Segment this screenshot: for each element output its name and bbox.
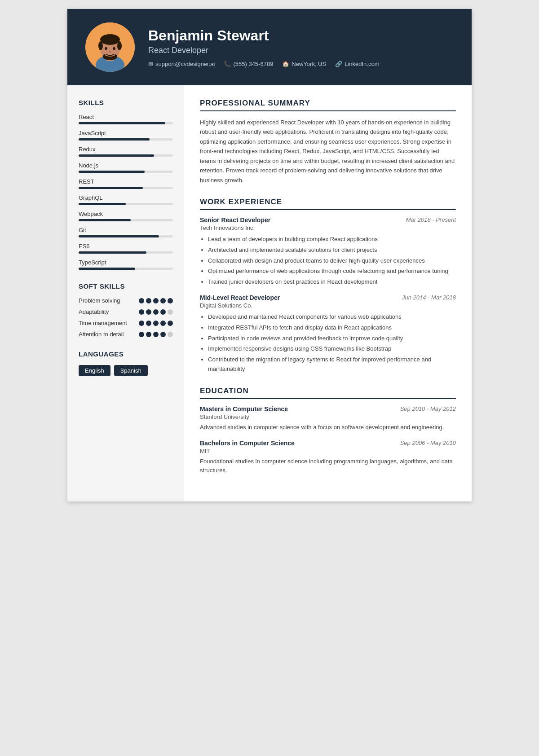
skill-bar-bg bbox=[79, 187, 173, 189]
language-tag: Spanish bbox=[114, 365, 148, 376]
dot bbox=[146, 321, 151, 326]
language-tag: English bbox=[79, 365, 110, 376]
edu-dates: Sep 2010 - May 2012 bbox=[400, 405, 456, 412]
soft-skills-section: SOFT SKILLS Problem solvingAdaptabilityT… bbox=[79, 282, 173, 338]
soft-skill-name: Problem solving bbox=[79, 297, 120, 304]
contact-text: support@cvdesigner.ai bbox=[155, 61, 215, 67]
svg-point-7 bbox=[105, 47, 107, 50]
contact-item: ✉support@cvdesigner.ai bbox=[148, 61, 215, 67]
edu-degree: Bachelors in Computer Science bbox=[200, 440, 295, 447]
list-item: Developed and maintained React component… bbox=[208, 312, 456, 322]
job-title: Mid-Level React Developer bbox=[200, 294, 280, 301]
skill-name: TypeScript bbox=[79, 259, 173, 266]
skill-bar-fill bbox=[79, 235, 159, 237]
skill-bar-bg bbox=[79, 154, 173, 157]
dot bbox=[168, 332, 173, 337]
dot bbox=[139, 309, 144, 315]
list-item: Trained junior developers on best practi… bbox=[208, 277, 456, 287]
skill-name: Node.js bbox=[79, 162, 173, 169]
list-item: Implemented responsive designs using CSS… bbox=[208, 344, 456, 354]
skill-bar-fill bbox=[79, 268, 135, 270]
skill-item: TypeScript bbox=[79, 259, 173, 270]
skills-list: React JavaScript Redux Node.js REST Grap… bbox=[79, 114, 173, 270]
skill-name: Webpack bbox=[79, 211, 173, 217]
svg-point-5 bbox=[98, 41, 103, 50]
education-item: Masters in Computer Science Sep 2010 - M… bbox=[200, 405, 456, 432]
job-header: Senior React Developer Mar 2018 - Presen… bbox=[200, 216, 456, 224]
list-item: Collaborated with design and product tea… bbox=[208, 256, 456, 266]
skill-item: ES6 bbox=[79, 243, 173, 254]
edu-header: Bachelors in Computer Science Sep 2006 -… bbox=[200, 440, 456, 447]
avatar bbox=[85, 22, 135, 72]
soft-skills-title: SOFT SKILLS bbox=[79, 282, 173, 290]
skill-item: GraphQL bbox=[79, 194, 173, 205]
skill-item: Node.js bbox=[79, 162, 173, 173]
soft-skill-item: Attention to detail bbox=[79, 331, 173, 338]
dot bbox=[160, 298, 166, 303]
dot bbox=[168, 298, 173, 303]
work-title: WORK EXPERIENCE bbox=[200, 198, 456, 210]
svg-point-4 bbox=[100, 34, 120, 45]
resume-body: SKILLS React JavaScript Redux Node.js RE… bbox=[67, 85, 472, 501]
language-tags: EnglishSpanish bbox=[79, 365, 173, 376]
skill-name: React bbox=[79, 114, 173, 120]
education-section: EDUCATION Masters in Computer Science Se… bbox=[200, 387, 456, 475]
main-content: PROFESSIONAL SUMMARY Highly skilled and … bbox=[184, 85, 472, 501]
skill-name: ES6 bbox=[79, 243, 173, 250]
job-item: Mid-Level React Developer Jun 2014 - Mar… bbox=[200, 294, 456, 374]
skill-bar-bg bbox=[79, 138, 173, 141]
dot bbox=[139, 298, 144, 303]
skill-item: React bbox=[79, 114, 173, 124]
skills-title: SKILLS bbox=[79, 99, 173, 106]
job-company: Tech Innovations Inc. bbox=[200, 224, 456, 231]
job-company: Digital Solutions Co. bbox=[200, 302, 456, 309]
contact-icon: 📞 bbox=[224, 61, 231, 67]
dots bbox=[139, 309, 173, 315]
edu-school: MIT bbox=[200, 448, 456, 454]
skill-name: JavaScript bbox=[79, 130, 173, 136]
contact-text: LinkedIn.com bbox=[345, 61, 379, 67]
contact-text: NewYork, US bbox=[292, 61, 326, 67]
skill-bar-bg bbox=[79, 235, 173, 237]
skill-name: Git bbox=[79, 227, 173, 233]
skill-item: REST bbox=[79, 178, 173, 189]
job-dates: Mar 2018 - Present bbox=[406, 216, 456, 223]
candidate-name: Benjamin Stewart bbox=[148, 27, 454, 44]
contact-icon: 🔗 bbox=[335, 61, 342, 67]
edu-degree: Masters in Computer Science bbox=[200, 405, 288, 413]
skill-item: JavaScript bbox=[79, 130, 173, 141]
skills-section: SKILLS React JavaScript Redux Node.js RE… bbox=[79, 99, 173, 270]
dot bbox=[160, 332, 166, 337]
dots bbox=[139, 298, 173, 303]
skill-item: Redux bbox=[79, 146, 173, 157]
skill-bar-bg bbox=[79, 268, 173, 270]
resume-page: Benjamin Stewart React Developer ✉suppor… bbox=[67, 9, 472, 501]
soft-skill-item: Problem solving bbox=[79, 297, 173, 304]
header-info: Benjamin Stewart React Developer ✉suppor… bbox=[148, 27, 454, 67]
dots bbox=[139, 332, 173, 337]
edu-header: Masters in Computer Science Sep 2010 - M… bbox=[200, 405, 456, 413]
resume-header: Benjamin Stewart React Developer ✉suppor… bbox=[67, 9, 472, 85]
dot bbox=[160, 321, 166, 326]
list-item: Contributed to the migration of legacy s… bbox=[208, 355, 456, 374]
job-header: Mid-Level React Developer Jun 2014 - Mar… bbox=[200, 294, 456, 301]
job-bullets: Lead a team of developers in building co… bbox=[200, 235, 456, 287]
edu-desc: Advanced studies in computer science wit… bbox=[200, 423, 456, 432]
list-item: Architected and implemented scalable sol… bbox=[208, 246, 456, 255]
education-item: Bachelors in Computer Science Sep 2006 -… bbox=[200, 440, 456, 476]
soft-skill-name: Attention to detail bbox=[79, 331, 124, 338]
jobs-list: Senior React Developer Mar 2018 - Presen… bbox=[200, 216, 456, 374]
dot bbox=[160, 309, 166, 315]
soft-skill-item: Adaptability bbox=[79, 308, 173, 315]
dot bbox=[168, 309, 173, 315]
skill-bar-bg bbox=[79, 171, 173, 173]
skill-name: GraphQL bbox=[79, 194, 173, 201]
skill-bar-bg bbox=[79, 122, 173, 124]
contact-text: (555) 345-6789 bbox=[233, 61, 273, 67]
soft-skill-name: Adaptability bbox=[79, 308, 109, 315]
dot bbox=[153, 309, 159, 315]
edu-school: Stanford University bbox=[200, 413, 456, 420]
contact-item: 🔗LinkedIn.com bbox=[335, 61, 379, 67]
svg-point-6 bbox=[117, 41, 122, 50]
list-item: Lead a team of developers in building co… bbox=[208, 235, 456, 244]
